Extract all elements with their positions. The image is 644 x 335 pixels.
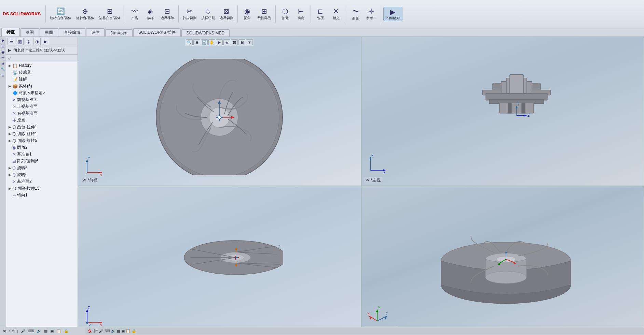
revolve-base2-button[interactable]: ⊕ 旋转台/基体 — [74, 6, 96, 21]
tree-item-fillet2[interactable]: ◉ 圆角2 — [6, 144, 78, 151]
icon-bar-item-2[interactable]: ⊞ — [1, 44, 4, 48]
tree-item-sensors[interactable]: 📡 传感器 — [6, 69, 78, 76]
tab-surface[interactable]: 曲面 — [40, 28, 58, 37]
tree-item-right-plane[interactable]: ✕ 右视基准面 — [6, 110, 78, 117]
right-plane-icon: ✕ — [12, 111, 16, 116]
expander-cut-revolve5[interactable]: ▶ — [8, 139, 12, 143]
tree-item-boss-extrude1[interactable]: ▶ ⬡ 凸台-拉伸1 — [6, 123, 78, 130]
status-clip-icon: 📋 — [56, 329, 61, 333]
tree-item-history[interactable]: ▶ 📋 History — [6, 62, 78, 69]
annotations-icon: 📝 — [12, 77, 18, 82]
svg-marker-30 — [524, 114, 527, 116]
tab-direct-edit[interactable]: 直接编辑 — [59, 28, 85, 37]
tree-item-pattern-circ6[interactable]: ⊞ 阵列(圆周)6 — [6, 158, 78, 164]
annotations-label: 注解 — [19, 76, 27, 82]
vp-zoom-btn[interactable]: 🔍 — [186, 39, 193, 45]
vp-display-btn[interactable]: 🖥 — [238, 39, 245, 45]
tab-solidworks-plugins[interactable]: SOLIDWORKS 插件 — [133, 28, 181, 37]
wrap-button[interactable]: ⊏ 包覆 — [313, 6, 328, 21]
vp-more4-btn[interactable]: ▼ — [246, 39, 253, 45]
tree-more-btn[interactable]: ▶ — [42, 38, 49, 45]
boundary-remove-button[interactable]: ⊟ 边界移除 — [159, 6, 176, 21]
toolbar-divider-3 — [178, 5, 179, 23]
tree-item-revolve6[interactable]: ▶ ⬡ 旋转6 — [6, 171, 78, 178]
tree-config-btn[interactable]: ◎ — [25, 38, 32, 45]
expander-solids[interactable]: ▶ — [8, 84, 12, 88]
intersect-button[interactable]: ✕ 相交 — [329, 6, 344, 21]
history-label: History — [19, 63, 31, 68]
tree-item-cut-revolve5[interactable]: ▶ ⬡ 切除-旋转5 — [6, 137, 78, 144]
expander-boss-extrude1[interactable]: ▶ — [8, 125, 12, 129]
icon-bar-item-4[interactable]: ✛ — [1, 56, 4, 60]
vp-more2-btn[interactable]: ◈ — [223, 39, 230, 45]
vp-more3-btn[interactable]: ⊞ — [231, 39, 238, 45]
icon-bar-item-3[interactable]: ◉ — [1, 50, 5, 54]
boundary-cut-button[interactable]: ⊠ 边界切割 — [218, 6, 235, 21]
viewport-front[interactable]: 🔍 ⊕ 🔄 ✋ ▶ ◈ ⊞ 🖥 ▼ — [78, 37, 361, 186]
tree-expand-btn[interactable]: ☰ — [8, 38, 15, 45]
boundary-boss-icon: ⊞ — [107, 7, 113, 15]
cut-scan-icon: ✂ — [187, 7, 192, 15]
shell-button[interactable]: ⬡ 抽壳 — [278, 6, 293, 21]
revolve-boss-button[interactable]: 🔄 旋转凸台/基体 — [48, 6, 73, 21]
tree-item-material[interactable]: 🔷 材质 <未指定> — [6, 89, 78, 96]
cut-loft-button[interactable]: ◇ 放样切割 — [199, 6, 217, 21]
boundary-boss-button[interactable]: ⊞ 边界凸台/基体 — [97, 6, 123, 21]
expand-arrow[interactable]: ▶ — [8, 48, 11, 52]
vp-pan-btn[interactable]: ✋ — [208, 39, 215, 45]
vp-more-btn[interactable]: ▶ — [216, 39, 223, 45]
tree-item-cut-extrude15[interactable]: ▶ ⬡ 切除-拉伸15 — [6, 185, 78, 192]
fillet-button[interactable]: ◉ 圆角 — [240, 6, 255, 21]
scan-button[interactable]: 〰 扫描 — [127, 7, 142, 21]
expander-cut-revolve1[interactable]: ▶ — [8, 132, 12, 136]
curve-button[interactable]: 〜 曲线 — [348, 6, 363, 22]
loft-button[interactable]: ◈ 放样 — [143, 6, 158, 21]
cut-scan-button[interactable]: ✂ 扫描切割 — [181, 6, 198, 21]
ref-button[interactable]: ✛ 参考... — [364, 6, 379, 21]
vp-rotate-btn[interactable]: 🔄 — [201, 39, 208, 45]
viewport-iso[interactable]: X Z Y * 上下二等角轴测 — [361, 186, 644, 335]
expander-revolve5[interactable]: ▶ — [8, 166, 12, 170]
tree-item-ref-axis1[interactable]: ✕ 基准轴1 — [6, 151, 78, 158]
tab-dimxpert[interactable]: DimXpert — [105, 29, 133, 37]
tab-evaluate[interactable]: 评估 — [86, 28, 105, 37]
tree-item-mirror1[interactable]: ⊢ 镜向1 — [6, 192, 78, 199]
tree-item-origin[interactable]: ✚ 原点 — [6, 117, 78, 123]
tab-features[interactable]: 特征 — [1, 28, 20, 37]
viewport-area: 🔍 ⊕ 🔄 ✋ ▶ ◈ ⊞ 🖥 ▼ — [78, 37, 644, 335]
tree-appear-btn[interactable]: ◑ — [33, 38, 41, 45]
instant3d-button[interactable]: ▶ Instant3D — [383, 7, 403, 21]
fillet-icon: ◉ — [244, 7, 250, 15]
tree-item-ref-plane2[interactable]: ✕ 基准面2 — [6, 178, 78, 185]
icon-bar-item-6[interactable]: 🔧 — [1, 67, 5, 72]
top-plane-icon: ✕ — [12, 104, 16, 109]
tree-item-cut-revolve1[interactable]: ▶ ⬡ 切除-旋转1 — [6, 130, 78, 137]
revolve6-label: 旋转6 — [17, 172, 28, 178]
tree-item-annotations[interactable]: 📝 注解 — [6, 76, 78, 83]
linear-pattern-button[interactable]: ⊞ 线性阵列 — [256, 6, 273, 21]
mirror-button[interactable]: ⊢ 镜向 — [293, 6, 309, 21]
expander-cut-extrude15[interactable]: ▶ — [8, 187, 12, 190]
vp-zoom2-btn[interactable]: ⊕ — [193, 39, 200, 45]
tree-item-top-plane[interactable]: ✕ 上视基准面 — [6, 103, 78, 110]
svg-point-6 — [218, 116, 221, 119]
svg-marker-81 — [384, 316, 387, 320]
icon-bar-item-7[interactable]: ⊟ — [1, 73, 4, 77]
viewport-left[interactable]: Z Y Y Z 👁 *左视 — [361, 37, 644, 186]
viewport-top[interactable]: X Z Y 👁 *上视 — [78, 186, 361, 335]
expander-history[interactable]: ▶ — [8, 64, 12, 68]
icon-bar-item-1[interactable]: ▶ — [2, 38, 4, 43]
tab-sketch[interactable]: 草图 — [20, 28, 39, 37]
tree-item-solids[interactable]: ▶ 📦 实体(6) — [6, 83, 78, 89]
intersect-icon: ✕ — [333, 7, 339, 15]
left-view-icon: 👁 — [366, 178, 370, 183]
tree-property-btn[interactable]: ▦ — [16, 38, 24, 45]
expander-ref-plane2 — [8, 180, 12, 184]
tab-solidworks-mbd[interactable]: SOLIDWORKS MBD — [181, 29, 230, 37]
expander-revolve6[interactable]: ▶ — [8, 173, 12, 177]
tree-item-revolve5[interactable]: ▶ ⬡ 旋转5 — [6, 164, 78, 171]
fillet2-icon: ◉ — [12, 145, 16, 150]
tree-item-front-plane[interactable]: ✕ 前视基准面 — [6, 96, 78, 103]
feature-tree-panel: ☰ ▦ ◎ ◑ ▶ ▶ 胡老师叶轮三维4（默认<<默认 ▽ ▶ 📋 Histor… — [6, 37, 78, 335]
icon-bar-item-5[interactable]: ◈ — [2, 61, 4, 66]
